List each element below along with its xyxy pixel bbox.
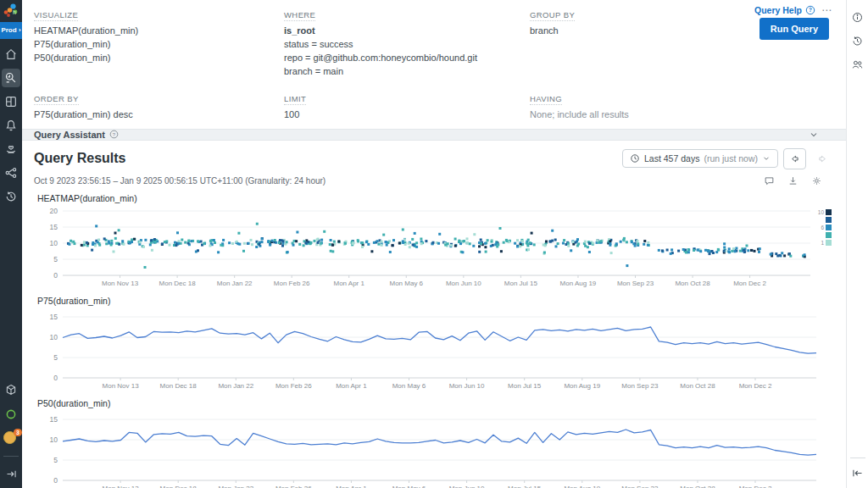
- having-clause[interactable]: HAVING None; include all results: [530, 90, 834, 122]
- sidebar-item-alerts[interactable]: [2, 116, 20, 135]
- where-clause[interactable]: WHERE is_root status = success repo = gi…: [284, 6, 530, 79]
- svg-text:Mon May 6: Mon May 6: [392, 382, 426, 390]
- p75-line-chart[interactable]: 051015Mon Nov 13Mon Dec 18Mon Jan 22Mon …: [34, 307, 834, 391]
- svg-text:10: 10: [50, 333, 58, 341]
- where-item[interactable]: repo = git@github.com:honeycombio/hound.…: [284, 52, 530, 65]
- svg-text:Mon Nov 13: Mon Nov 13: [102, 280, 139, 287]
- visualize-item[interactable]: HEATMAP(duration_min): [34, 25, 284, 38]
- limit-clause[interactable]: LIMIT 100: [284, 90, 530, 122]
- order-by-item[interactable]: P75(duration_min) desc: [34, 108, 284, 122]
- visualize-item[interactable]: P75(duration_min): [34, 38, 284, 52]
- notification-badge: 3: [14, 429, 22, 436]
- right-sidebar: [846, 0, 868, 488]
- download-button[interactable]: [787, 175, 798, 186]
- group-by-clause[interactable]: GROUP BY branch: [530, 6, 834, 79]
- help-circle-icon: ?: [109, 130, 119, 139]
- heatmap-chart-block: HEATMAP(duration_min) 05101520Mon Nov 13…: [34, 193, 834, 289]
- where-item[interactable]: is_root: [284, 25, 530, 38]
- user-avatar[interactable]: 3: [2, 430, 20, 448]
- sidebar-item-usage[interactable]: [2, 380, 20, 399]
- sidebar-item-query[interactable]: [2, 69, 20, 87]
- query-menu-button[interactable]: ⋯: [821, 4, 832, 16]
- arrow-left-outline-icon: [789, 153, 800, 164]
- query-help-link[interactable]: Query Help ?: [754, 5, 815, 15]
- svg-text:0: 0: [53, 476, 58, 485]
- svg-text:Mon Jun 10: Mon Jun 10: [446, 280, 481, 287]
- svg-text:?: ?: [113, 132, 116, 137]
- visualize-item[interactable]: P50(duration_min): [34, 52, 284, 65]
- svg-text:Mon Nov 13: Mon Nov 13: [103, 382, 140, 390]
- svg-text:15: 15: [50, 313, 58, 321]
- team-activity-button[interactable]: [851, 58, 864, 71]
- divider: [3, 456, 19, 457]
- collapse-left-icon: [851, 467, 864, 480]
- svg-text:Mon Sep 23: Mon Sep 23: [621, 382, 659, 390]
- left-sidebar: h Prod ›: [0, 0, 22, 488]
- time-range-value: Last 457 days: [644, 153, 699, 164]
- svg-text:Mon Jul 15: Mon Jul 15: [504, 280, 538, 287]
- expand-assistant-chevron[interactable]: [809, 130, 819, 140]
- svg-text:?: ?: [809, 7, 812, 13]
- date-range-text: Oct 9 2023 23:56:15 – Jan 9 2025 00:56:1…: [34, 176, 326, 186]
- p50-line-chart[interactable]: 051015Mon Nov 13Mon Dec 18Mon Jan 22Mon …: [34, 409, 834, 488]
- svg-text:Mon Dec 2: Mon Dec 2: [739, 382, 772, 390]
- svg-text:Mon Jun 10: Mon Jun 10: [449, 382, 485, 390]
- query-assistant-label: Query Assistant: [34, 130, 105, 140]
- limit-item[interactable]: 100: [284, 108, 530, 122]
- status-ring-icon[interactable]: [2, 405, 20, 424]
- where-item[interactable]: branch = main: [284, 65, 530, 79]
- limit-label: LIMIT: [284, 94, 306, 105]
- sidebar-item-activity[interactable]: [2, 187, 20, 206]
- having-item[interactable]: None; include all results: [530, 108, 834, 122]
- query-assistant-bar[interactable]: Query Assistant ?: [22, 129, 846, 141]
- having-label: HAVING: [530, 94, 562, 105]
- svg-text:0: 0: [53, 271, 58, 280]
- collapse-right-icon: [5, 468, 18, 480]
- p50-chart-block: P50(duration_min) 051015Mon Nov 13Mon De…: [34, 398, 834, 488]
- collapse-sidebar-button[interactable]: [2, 464, 20, 483]
- query-icon: [4, 71, 18, 85]
- chart-title: HEATMAP(duration_min): [37, 193, 834, 203]
- svg-text:15: 15: [50, 223, 58, 231]
- sidebar-item-boards[interactable]: [2, 92, 20, 111]
- expand-panel-button[interactable]: [851, 467, 864, 483]
- svg-text:Mon Jan 22: Mon Jan 22: [218, 382, 253, 390]
- svg-text:Mon Aug 19: Mon Aug 19: [564, 382, 600, 390]
- svg-text:15: 15: [50, 415, 58, 424]
- where-item[interactable]: status = success: [284, 38, 530, 52]
- clock-icon: [630, 153, 640, 164]
- next-time-window-button[interactable]: [811, 148, 834, 169]
- package-cube-icon: [4, 383, 18, 396]
- svg-text:Mon Jan 22: Mon Jan 22: [217, 280, 253, 287]
- svg-text:Mon Sep 23: Mon Sep 23: [621, 485, 659, 488]
- sidebar-item-home[interactable]: [2, 45, 20, 64]
- details-panel-button[interactable]: [851, 11, 864, 24]
- previous-time-window-button[interactable]: [783, 148, 806, 169]
- download-icon: [787, 175, 798, 186]
- svg-text:5: 5: [53, 255, 58, 263]
- group-by-label: GROUP BY: [530, 10, 575, 21]
- query-history-button[interactable]: [851, 35, 864, 47]
- order-by-label: ORDER BY: [34, 94, 79, 105]
- order-by-clause[interactable]: ORDER BY P75(duration_min) desc: [34, 90, 284, 122]
- svg-text:Mon Feb 26: Mon Feb 26: [274, 280, 310, 287]
- sidebar-item-slos[interactable]: [2, 140, 20, 158]
- divider: [850, 458, 865, 458]
- run-query-button[interactable]: Run Query: [760, 18, 829, 40]
- svg-text:Mon Feb 26: Mon Feb 26: [275, 382, 312, 390]
- comment-button[interactable]: [764, 175, 775, 186]
- chart-settings-button[interactable]: [811, 175, 822, 186]
- visualize-clause[interactable]: VISUALIZE HEATMAP(duration_min) P75(dura…: [34, 6, 284, 79]
- boards-icon: [4, 95, 18, 108]
- honeycomb-logo[interactable]: h: [0, 0, 22, 22]
- environment-selector[interactable]: Prod ›: [0, 22, 22, 39]
- pipeline-icon: [4, 166, 18, 180]
- heatmap-chart[interactable]: 05101520Mon Nov 13Mon Dec 18Mon Jan 22Mo…: [34, 204, 834, 289]
- time-range-dropdown[interactable]: Last 457 days (run just now): [622, 149, 778, 168]
- svg-text:10: 10: [50, 239, 58, 247]
- svg-text:0: 0: [53, 374, 58, 382]
- svg-text:Mon Oct 28: Mon Oct 28: [680, 485, 715, 488]
- svg-text:Mon May 6: Mon May 6: [392, 485, 426, 488]
- svg-text:6: 6: [821, 225, 824, 230]
- sidebar-item-pipelines[interactable]: [2, 164, 20, 182]
